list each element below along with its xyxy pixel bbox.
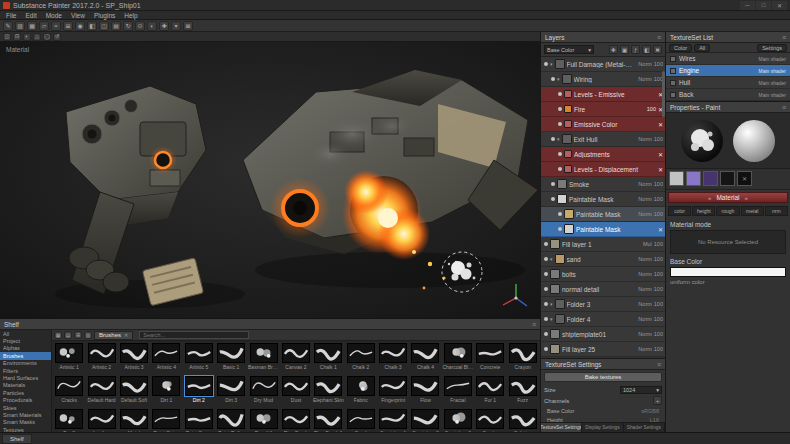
brush-item[interactable]: Splatter [506,408,538,432]
visibility-toggle-icon[interactable] [544,287,548,291]
brush-item[interactable]: Default Hard [85,375,117,408]
brush-item[interactable]: Scratches 2 [409,408,441,432]
maximize-button[interactable]: □ [756,1,771,10]
panel-menu-icon[interactable]: ≡ [657,361,661,368]
view-list-icon[interactable]: ▤ [64,331,72,339]
opacity-value[interactable]: 100 [654,331,663,337]
view-small-icon[interactable]: ⊞ [74,331,82,339]
blend-mode[interactable]: Norm [638,271,651,277]
brush-item[interactable]: Metal [118,408,150,432]
rotate-view-icon[interactable]: ↻ [123,21,133,31]
purple-channel-thumb[interactable] [703,171,718,186]
visibility-toggle-icon[interactable] [544,242,548,246]
brush-item[interactable]: Rico Brush [280,408,312,432]
alpha-preview-sphere[interactable] [681,120,723,162]
shelf-category-smart-masks[interactable]: Smart Masks [0,419,51,426]
empty-channel-thumb[interactable]: ✕ [737,171,752,186]
opacity-value[interactable]: 100 [654,211,663,217]
tab-display-settings[interactable]: Display Settings [582,423,623,432]
wireframe-icon[interactable]: △ [33,33,41,41]
brush-item[interactable]: Basman Brush [247,342,279,375]
layer-row[interactable]: ▾Folder 4Norm100 [541,312,665,327]
brush-item[interactable]: Dust [280,375,312,408]
brush-item[interactable]: Crayon [506,342,538,375]
channel-base-color[interactable]: Base ColorsRGB8 [541,406,665,415]
view-grid-icon[interactable]: ▦ [54,331,62,339]
visibility-toggle-icon[interactable] [551,137,555,141]
opacity-value[interactable]: 100 [647,106,656,112]
material-mode-value[interactable]: No Resource Selected [670,230,786,254]
layer-row[interactable]: ▾Exit HullNorm100 [541,132,665,147]
layer-row[interactable]: Adjustments✕ [541,147,665,162]
brush-item[interactable]: Chalk 2 [345,342,377,375]
minimize-button[interactable]: ─ [740,1,755,10]
add-layer-icon[interactable]: ✚ [609,45,618,54]
projection-tool-icon[interactable]: ▦ [27,21,37,31]
visibility-toggle-icon[interactable] [544,347,548,351]
add-effect-icon[interactable]: ƒ [631,45,640,54]
layer-row[interactable]: Emissive Color✕ [541,117,665,132]
shelf-category-smart-materials[interactable]: Smart Materials [0,411,51,418]
paint-tool-icon[interactable]: ✎ [3,21,13,31]
brush-item[interactable]: Dirt 2 [183,375,215,408]
brush-item[interactable]: Fingerprint [377,375,409,408]
grid-icon[interactable]: ⊠ [183,21,193,31]
brush-item[interactable]: Fur 2 [53,408,85,432]
visibility-toggle-icon[interactable] [558,167,562,171]
add-folder-icon[interactable]: ▣ [620,45,629,54]
layer-row[interactable]: Fill layer 25Norm100 [541,342,665,357]
opacity-value[interactable]: 100 [654,241,663,247]
focus-icon[interactable]: ⊙ [135,21,145,31]
panel-menu-icon[interactable]: ≡ [782,104,786,111]
material-picker-icon[interactable]: ◉ [75,21,85,31]
shelf-category-project[interactable]: Project [0,337,51,344]
prev-icon[interactable]: « [708,195,711,201]
brush-item[interactable]: Cracks [53,375,85,408]
brush-item[interactable]: Chalk 1 [312,342,344,375]
visibility-toggle-icon[interactable] [544,302,548,306]
shelf-dock-tab[interactable]: Shelf [2,434,32,444]
brush-item[interactable]: Artistic 5 [183,342,215,375]
visibility-toggle-icon[interactable] [544,317,548,321]
brush-item[interactable]: Dirt 1 [150,375,182,408]
blend-mode[interactable]: Mul [643,241,652,247]
menu-file[interactable]: File [6,12,16,19]
eraser-tool-icon[interactable]: ▨ [15,21,25,31]
layer-row[interactable]: Fill layer 1Mul100 [541,237,665,252]
brush-item[interactable]: Artistic 3 [118,342,150,375]
brush-item[interactable]: Sand [345,408,377,432]
visibility-toggle-icon[interactable] [544,62,548,66]
brush-item[interactable]: Chalk 3 [377,342,409,375]
shelf-category-procedurals[interactable]: Procedurals [0,397,51,404]
panel-menu-icon[interactable]: ≡ [657,34,661,41]
brush-item[interactable]: Canvas 2 [280,342,312,375]
blend-mode[interactable]: Norm [638,196,651,202]
layer-row[interactable]: Paintable MaskNorm100 [541,192,665,207]
layer-row[interactable]: SmokeNorm100 [541,177,665,192]
blend-mode-select[interactable]: Base Color▾ [544,45,594,54]
quick-mask-icon[interactable]: ◧ [87,21,97,31]
blend-mode[interactable]: Norm [638,256,651,262]
delete-layer-icon[interactable]: ✖ [653,45,662,54]
shelf-category-environments[interactable]: Environments [0,360,51,367]
channel-button-rough[interactable]: rough [716,206,739,216]
textureset-item-wires[interactable]: WiresMain shader [666,53,790,65]
material-section-header[interactable]: « Material » [668,192,788,203]
brush-item[interactable]: Pencil 1 [247,408,279,432]
channel-button-nrm[interactable]: nrm [765,206,788,216]
brush-item[interactable]: Paint Roller [215,408,247,432]
environment-icon[interactable]: ◯ [43,33,51,41]
filter-all-button[interactable]: All [694,44,710,52]
channel-button-height[interactable]: height [692,206,715,216]
filter-color-button[interactable]: Color [669,44,692,52]
expand-arrow-icon[interactable]: ▾ [550,316,553,322]
layer-row[interactable]: Paintable Mask✕ [541,222,665,237]
opacity-value[interactable]: 100 [654,256,663,262]
brush-item[interactable]: Rico Brush 1 [312,408,344,432]
layer-row[interactable]: ▾Full Damage (Metal-Rough)Norm100 [541,57,665,72]
opacity-value[interactable]: 100 [654,136,663,142]
blend-mode[interactable]: Norm [638,181,651,187]
visibility-toggle-icon[interactable] [558,227,562,231]
layer-row[interactable]: normal detailNorm100 [541,282,665,297]
grayscale-channel-thumb[interactable] [669,171,684,186]
